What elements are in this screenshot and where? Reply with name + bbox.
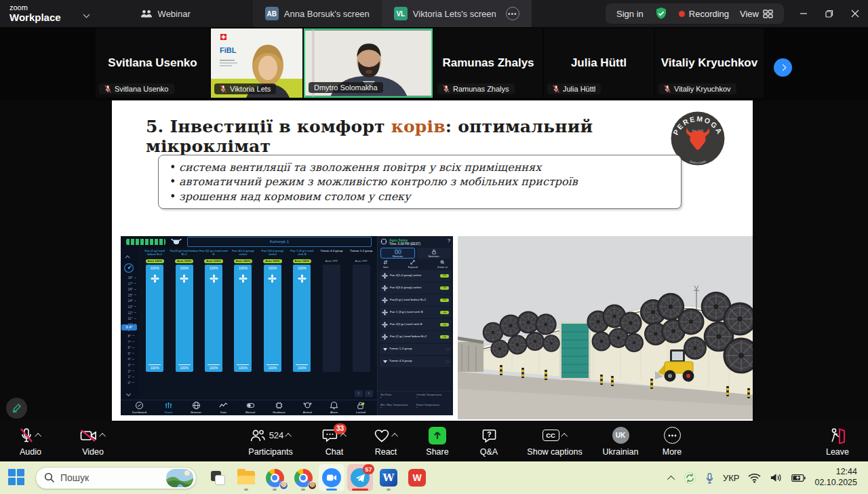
more-button[interactable]: More	[654, 426, 690, 457]
qa-button[interactable]: ? Q&A	[471, 426, 507, 457]
fan-icon	[382, 297, 388, 303]
view-button[interactable]: View	[740, 9, 773, 19]
participant-tile-julia[interactable]: Julia Hüttl Julia Hüttl	[544, 28, 654, 98]
language-button[interactable]: UK Ukrainian	[602, 426, 639, 457]
participant-label-text: Viktoria Lets	[230, 85, 271, 93]
participant-tile-viktoria-video[interactable]: FiBL Viktoria Lets	[211, 28, 302, 98]
telegram-button[interactable]: 57	[347, 464, 373, 491]
speaker-icon[interactable]	[770, 472, 783, 483]
audio-options-chevron[interactable]	[35, 433, 41, 440]
climate-dashboard-screenshot: Korivnyk 1 18°17°16°15°14°13°12°11°10°9°…	[121, 236, 453, 415]
participant-label: Svitlana Usenko	[99, 83, 174, 94]
task-view-button[interactable]	[205, 464, 231, 491]
qa-label: Q&A	[480, 447, 498, 457]
restore-button[interactable]	[816, 0, 842, 27]
react-button[interactable]: React	[368, 426, 404, 457]
taskbar-clock[interactable]: 12:44 02.10.2025	[814, 467, 857, 488]
tuman-auto-badge: Auto OFF	[323, 259, 340, 263]
microphone-tray-icon[interactable]	[705, 472, 714, 484]
video-button[interactable]: Video	[75, 426, 111, 457]
search-highlight-thumbnail[interactable]	[166, 469, 193, 487]
sort-action: Sort	[383, 260, 389, 269]
participants-chevron[interactable]	[285, 433, 292, 440]
profile-avatar	[279, 481, 288, 490]
fan-slider: 100% 100%	[205, 265, 222, 372]
participant-label: Dmytro Solomakha	[309, 82, 383, 93]
close-button[interactable]	[842, 0, 868, 27]
participant-label: Ramunas Zhalys	[437, 83, 515, 94]
participant-name: Vitaliy Kryuchkov	[661, 56, 757, 70]
participant-label: Vitaliy Kryuchkov	[658, 83, 736, 94]
mic-off-icon	[220, 85, 226, 93]
tab-anna-screen[interactable]: AB Anna Borsuk's screen	[253, 0, 382, 27]
slide-title-prefix: 5. Інвестиції в комфорт	[146, 117, 391, 136]
tab-webinar[interactable]: Webinar	[128, 0, 203, 27]
device-off-dot	[446, 348, 449, 351]
participant-label: Viktoria Lets	[214, 83, 276, 94]
language-indicator[interactable]: УКР	[723, 473, 740, 483]
wifi-icon[interactable]	[748, 473, 761, 483]
workspace-chevron-down-icon[interactable]	[84, 7, 89, 20]
chat-button[interactable]: 33 Chat	[316, 426, 353, 457]
audio-button[interactable]: Audio	[12, 426, 49, 457]
fan-column-header: Fan 1 (3 gr.) tunel verh B	[288, 250, 316, 259]
language-initials-icon: UK	[612, 427, 629, 444]
chrome-profile2-button[interactable]	[290, 464, 316, 491]
barn-fans-photo	[458, 236, 753, 419]
view-grid-icon	[763, 10, 773, 18]
fan-slider: 100% 100%	[293, 265, 311, 372]
participants-count: 524	[269, 430, 284, 440]
dashboard-pager: ‹›	[355, 390, 373, 397]
zoom-app-button[interactable]	[319, 464, 344, 491]
fan-slider: 100% 100%	[146, 265, 163, 372]
battery-icon[interactable]	[791, 474, 806, 482]
temp-tick-label: 11°	[127, 316, 132, 320]
device-row: Fan(3 gr.) tunel bokovi B+2 ON	[380, 294, 451, 306]
windows-start-button[interactable]	[8, 469, 26, 487]
hidden-icons-chevron[interactable]	[669, 472, 675, 484]
more-ellipsis-icon	[664, 427, 681, 444]
fan-value-bottom: 100%	[237, 364, 249, 370]
slide-title: 5. Інвестиції в комфорт корів: оптимальн…	[146, 117, 682, 156]
sync-tray-icon[interactable]	[684, 472, 696, 484]
taskbar-search[interactable]: Пошук	[35, 467, 197, 489]
word-button[interactable]: W	[376, 464, 401, 491]
participant-tile-svitlana[interactable]: Svitlana Usenko Svitlana Usenko	[96, 28, 210, 98]
fan-column: Fan 5(3-4 group) verhni Auto 100% 100% 1…	[258, 249, 287, 400]
react-chevron[interactable]	[391, 433, 398, 440]
sign-in-button[interactable]: Sign in	[616, 9, 644, 19]
participants-button[interactable]: 524 Participants	[240, 426, 301, 457]
nav-data: Data	[219, 401, 228, 414]
participant-tile-ramunas[interactable]: Ramunas Zhalys Ramunas Zhalys	[434, 28, 542, 98]
current-temperature-chip: 9.4°	[121, 324, 137, 330]
device-name: Tuman 4-3 group	[389, 360, 444, 363]
captions-chevron[interactable]	[561, 433, 568, 440]
captions-button[interactable]: CC Show captions	[522, 426, 587, 457]
participant-tile-dmytro-video[interactable]: Dmytro Solomakha	[304, 28, 433, 98]
tuman-column: Tuman 1-2 group Auto OFF	[347, 249, 376, 400]
chrome-profile1-button[interactable]	[262, 464, 288, 491]
slide-bullet-list: система вентиляції та зволоження повітря…	[167, 160, 671, 204]
file-explorer-button[interactable]	[233, 464, 259, 491]
mic-off-icon	[104, 85, 111, 93]
status-item: Min / Max Temperature▪	[380, 404, 414, 413]
tab-viktoria-screen[interactable]: VL Viktoria Lets's screen •••	[382, 0, 532, 27]
fan-auto-badge: Auto 100%	[293, 259, 311, 263]
tab-options-ellipsis-icon[interactable]: •••	[506, 7, 519, 20]
share-screen-icon	[429, 427, 446, 444]
participant-tile-vitaliy[interactable]: Vitaliy Kryuchkov Vitaliy Kryuchkov	[655, 28, 764, 98]
minimize-button[interactable]	[791, 0, 816, 27]
annotation-pencil-button[interactable]	[6, 398, 27, 419]
video-options-chevron[interactable]	[99, 433, 106, 440]
temp-tick-label: 5°	[127, 352, 131, 356]
fan-icon	[382, 273, 388, 279]
wps-button[interactable]: W	[404, 464, 430, 491]
leave-button[interactable]: Leave	[819, 426, 856, 457]
fan-auto-badge: Auto 100%	[146, 259, 164, 263]
clock-time: 12:44	[814, 467, 857, 478]
share-button[interactable]: Share	[419, 426, 456, 457]
temp-tick-label: 2°	[127, 369, 131, 373]
device-state-badge: ON	[440, 274, 449, 278]
next-participants-button[interactable]	[774, 58, 792, 77]
security-shield-icon[interactable]	[654, 7, 668, 20]
